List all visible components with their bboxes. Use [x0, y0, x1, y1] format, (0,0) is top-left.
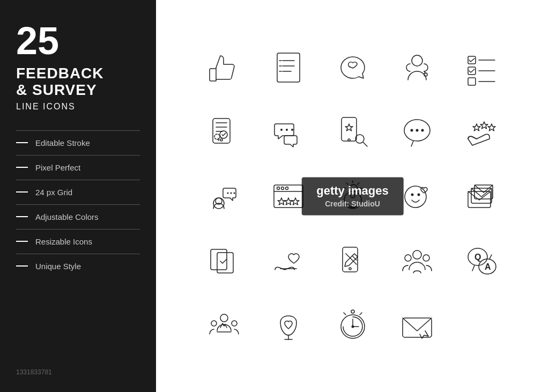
feature-dash	[16, 167, 28, 168]
svg-point-20	[286, 129, 288, 131]
feature-item: Resizable Icons	[16, 229, 140, 254]
support-agent-icon	[390, 38, 444, 97]
meeting-icon	[197, 295, 251, 354]
feature-item: Editable Stroke	[16, 130, 140, 155]
svg-point-48	[351, 194, 355, 198]
svg-point-80	[351, 310, 354, 313]
svg-point-41	[344, 191, 361, 209]
checkbox-list-icon	[455, 38, 508, 97]
mail-stack-icon	[455, 167, 508, 226]
feature-item: Pixel Perfect	[16, 155, 140, 180]
browser-stars-icon	[262, 167, 315, 226]
svg-point-62	[413, 250, 421, 259]
checklist-icon	[262, 38, 315, 97]
group-feedback-icon	[390, 231, 444, 290]
svg-line-45	[346, 183, 348, 184]
icons-grid: Q A	[187, 27, 519, 365]
chat-bubbles-icon	[262, 102, 315, 161]
svg-point-40	[285, 187, 288, 189]
svg-point-63	[405, 255, 411, 261]
svg-point-71	[220, 314, 228, 322]
feature-dash	[16, 191, 28, 193]
timer-icon	[326, 295, 380, 354]
svg-point-19	[280, 129, 283, 131]
svg-point-16	[220, 139, 222, 141]
svg-line-70	[489, 255, 492, 259]
svg-point-35	[233, 192, 235, 194]
svg-point-52	[417, 193, 420, 196]
svg-point-34	[230, 192, 232, 194]
svg-rect-15	[213, 119, 230, 143]
heart-chat-icon	[326, 38, 380, 97]
svg-point-29	[416, 129, 418, 131]
feature-label: Pixel Perfect	[35, 163, 80, 172]
person-feedback-icon	[197, 167, 251, 226]
happy-face-icon	[390, 167, 444, 226]
svg-line-44	[358, 183, 359, 184]
qa-bubbles-icon: Q A	[455, 231, 508, 290]
pack-title: FEEDBACK& SURVEY	[16, 65, 140, 99]
svg-line-27	[411, 141, 413, 146]
svg-point-39	[281, 187, 284, 189]
heart-hand-icon	[262, 231, 315, 290]
svg-point-64	[423, 255, 429, 261]
feature-dash	[16, 241, 28, 242]
feature-item: Unique Style	[16, 254, 140, 278]
svg-point-73	[232, 321, 237, 326]
svg-line-67	[472, 265, 474, 271]
icon-count: 25	[16, 21, 140, 60]
features-list: Editable Stroke Pixel Perfect 24 px Grid…	[16, 130, 140, 278]
svg-point-23	[348, 139, 350, 141]
mobile-write-icon	[326, 231, 380, 290]
feature-item: Adjustable Colors	[16, 204, 140, 229]
feature-label: Adjustable Colors	[35, 212, 99, 221]
mobile-feedback-icon	[197, 102, 251, 161]
image-id: 1331833781	[16, 358, 140, 376]
head-heart-icon	[262, 295, 315, 354]
feature-label: 24 px Grid	[35, 188, 72, 197]
feature-label: Editable Stroke	[35, 138, 90, 147]
svg-point-50	[405, 186, 426, 208]
idea-head-icon	[326, 167, 380, 226]
svg-point-21	[291, 129, 293, 131]
svg-text:A: A	[485, 262, 491, 271]
mobile-star-search-icon	[326, 102, 380, 161]
svg-point-60	[349, 268, 351, 270]
svg-point-51	[411, 193, 413, 196]
svg-point-18	[214, 134, 220, 139]
svg-line-25	[363, 142, 367, 146]
svg-point-30	[421, 129, 424, 131]
feature-label: Unique Style	[35, 262, 81, 271]
feature-dash	[16, 142, 28, 143]
svg-text:Q: Q	[474, 253, 481, 262]
speech-bubble-dots-icon	[390, 102, 444, 161]
icons-content: Q A	[156, 0, 549, 392]
svg-point-28	[410, 129, 413, 131]
stars-rating-icon	[455, 102, 508, 161]
svg-point-79	[351, 325, 354, 328]
envelope-message-icon	[390, 295, 444, 354]
thumbs-up-icon	[197, 38, 251, 97]
pack-subtitle: LINE ICONS	[16, 102, 140, 112]
docs-check-icon	[197, 231, 251, 290]
sidebar: 25 FEEDBACK& SURVEY LINE ICONS Editable …	[0, 0, 156, 392]
svg-line-61	[352, 256, 357, 260]
feature-item: 24 px Grid	[16, 180, 140, 204]
feature-dash	[16, 265, 28, 267]
svg-point-72	[211, 321, 217, 326]
svg-rect-0	[277, 53, 300, 82]
svg-rect-13	[468, 78, 476, 85]
feature-label: Resizable Icons	[35, 237, 92, 246]
svg-point-38	[277, 187, 279, 189]
feature-dash	[16, 216, 28, 217]
svg-point-7	[412, 55, 422, 66]
svg-point-33	[227, 192, 228, 194]
